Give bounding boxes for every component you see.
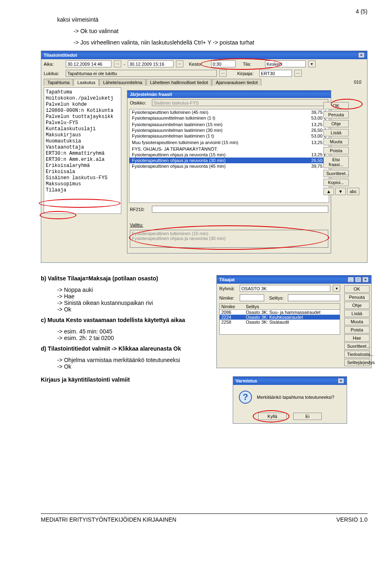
maximize-icon[interactable]: □ bbox=[355, 277, 361, 282]
muuta-button[interactable]: Muuta bbox=[323, 138, 349, 145]
list-item: Erikoisala bbox=[46, 169, 119, 175]
kylla-button[interactable]: Kyllä bbox=[258, 413, 287, 420]
ohje-button[interactable]: Ohje bbox=[323, 120, 349, 127]
intro-line-2: -> Ok tuo valinnat bbox=[41, 28, 368, 34]
table-row: 2224Osasto 3K: Keuhkosairaudet bbox=[220, 315, 340, 320]
list-item: Kuntalaskutuslaji bbox=[46, 126, 119, 132]
tila-select[interactable]: Kesken bbox=[265, 60, 306, 67]
chevron-down-icon[interactable]: ▾ bbox=[308, 60, 316, 67]
phrase-text: Fysioterapiasuunnittelman tutkiminen (1 … bbox=[132, 116, 215, 120]
tilaajat-suoritteet-button[interactable]: Suoritteet... bbox=[344, 342, 370, 350]
aika-label: Aika: bbox=[44, 62, 63, 67]
tilaajat-hae-button[interactable]: Hae bbox=[344, 334, 370, 342]
tilaajat-ok-button[interactable]: OK bbox=[344, 285, 370, 293]
tilaajat-muuta-button[interactable]: Muuta bbox=[344, 318, 370, 325]
otsikko-input: Sisäinen laskutus-FYS bbox=[152, 99, 328, 106]
intro-line-1: kaksi viimeisintä bbox=[41, 16, 368, 23]
poista-button[interactable]: Poista bbox=[323, 147, 349, 154]
aika-from-input[interactable]: 30.12.2009 14:46 bbox=[66, 60, 111, 67]
list-item: Hoitokokon./palveluketj bbox=[46, 96, 119, 102]
section-b-l3: -> Sinistä oikean kustannuspaikan rivi bbox=[41, 300, 212, 306]
list-item: Sisäinen laskutus-FYS bbox=[46, 175, 119, 181]
ryhma-select[interactable]: OSASTO 3K bbox=[240, 285, 330, 292]
page-number: 4 (5) bbox=[356, 8, 368, 15]
list-item: Palvelun tuottajayksikk bbox=[46, 114, 119, 120]
aika-to-picker[interactable]: ··· bbox=[176, 60, 183, 67]
arrow-down-icon[interactable]: ▼ bbox=[335, 188, 346, 195]
list-item: ERT30:n Ammattiryhmä bbox=[46, 151, 119, 157]
table-row: 2086Osasto 3K: Suu- ja hammassairaudet bbox=[220, 310, 340, 315]
minimize-icon[interactable]: _ bbox=[347, 277, 354, 282]
tab-hallinnolliset[interactable]: Lähetteen hallinnolliset tiedot bbox=[146, 79, 212, 86]
phrase-text: Fysioterapeuttinen ohjaus ja neuvonta (1… bbox=[132, 152, 225, 157]
question-icon: ? bbox=[239, 391, 252, 404]
nimike-input[interactable] bbox=[240, 294, 264, 301]
lisaa-button[interactable]: Lisää bbox=[323, 129, 349, 136]
tilaajat-selitejarjestys-button[interactable]: Selitejärjestys bbox=[344, 359, 370, 366]
kirjaaja-label: Kirjaaja: bbox=[237, 71, 257, 76]
tilaajat-title: Tilaajat bbox=[219, 277, 235, 282]
section-d-l2: -> Ok bbox=[41, 363, 212, 370]
footer-right: VERSIO 1.0 bbox=[336, 516, 368, 523]
ei-button[interactable]: Ei bbox=[293, 413, 322, 420]
tab-laskutus[interactable]: Laskutus bbox=[74, 79, 99, 86]
section-d-l1: -> Ohjelma varmistaa merkitäänkö toteutu… bbox=[41, 357, 212, 363]
list-item: Palvelu-FYS bbox=[46, 120, 119, 126]
lukitus-input: Tapahtumaa ei ole lukittu bbox=[66, 70, 217, 77]
chevron-down-icon[interactable]: ▾ bbox=[333, 285, 340, 292]
close-icon[interactable]: × bbox=[338, 378, 344, 384]
tilaajat-poista-button[interactable]: Poista bbox=[344, 326, 370, 333]
tab-ajanvaraus[interactable]: Ajanvarauksen tiedot bbox=[212, 79, 261, 86]
arrow-up-icon[interactable]: ▲ bbox=[323, 188, 334, 195]
tab-lahete[interactable]: Lähete/suunnitelma bbox=[99, 79, 146, 86]
phrase-list[interactable]: Fysioterapeuttinen tutkiminen (45 min)39… bbox=[129, 109, 329, 203]
phrase-text: Fysioterapeuttinen ohjaus ja neuvonta (3… bbox=[132, 158, 225, 163]
tilaajat-peruuta-button[interactable]: Peruuta bbox=[344, 293, 370, 301]
phrase-title: Järjestelmän fraasit bbox=[130, 92, 172, 97]
aika-from-picker[interactable]: ··· bbox=[114, 60, 121, 67]
aika-to-input[interactable]: 30.12.2009 15:16 bbox=[128, 60, 174, 67]
rf-label: RF210: bbox=[130, 207, 149, 212]
tilaajat-ohje-button[interactable]: Ohje bbox=[344, 302, 370, 309]
valittu-label: Valittu: bbox=[130, 222, 328, 227]
left-field-list[interactable]: Tapahtuma Hoitokokon./palveluketj Palvel… bbox=[44, 87, 121, 214]
tab-tapahtuma[interactable]: Tapahtuma bbox=[44, 79, 73, 86]
tilaajat-dialog: Tilaajat _ □ × Ryhmä: OSASTO 3K ▾ bbox=[216, 275, 372, 368]
list-item: Vastaanottaja bbox=[46, 144, 119, 151]
peruuta-button[interactable]: Peruuta bbox=[323, 111, 349, 118]
tilastointitiedot-dialog: Tilastointitiedot × Aika: 30.12.2009 14:… bbox=[41, 51, 368, 263]
section-b-l2: -> Hae bbox=[41, 293, 212, 300]
rf-input[interactable] bbox=[152, 206, 328, 213]
kopioi-button[interactable]: Kopioi... bbox=[323, 179, 349, 186]
list-item: Huomautuksia bbox=[46, 138, 119, 144]
suoritteet-button[interactable]: Suoritteet... bbox=[323, 170, 349, 177]
section-b-l1: -> Noppa auki bbox=[41, 287, 212, 293]
abc-button[interactable]: abc bbox=[347, 188, 359, 195]
selitys-input[interactable] bbox=[288, 294, 340, 301]
list-item: 120860-000N:n Kotikunta bbox=[46, 108, 119, 114]
kirjaaja-picker[interactable]: ··· bbox=[294, 70, 302, 77]
selitys-label: Selitys: bbox=[269, 296, 285, 300]
tila-label: Tila: bbox=[243, 62, 263, 67]
phrase-text: Fysioterapiasuunnitelman laatiminen (15 … bbox=[132, 122, 223, 127]
close-icon[interactable]: × bbox=[362, 277, 369, 282]
valittu-line: Fysioterapeuttinen tutkiminen (15 min) bbox=[132, 231, 208, 236]
section-c-l1: -> esim. 45 min: 0045 bbox=[41, 328, 212, 335]
otsikko-label: Otsikko: bbox=[130, 100, 149, 105]
close-icon[interactable]: × bbox=[358, 52, 365, 58]
lukitus-picker[interactable]: ··· bbox=[219, 70, 227, 77]
tilaajat-tiedostosta-button[interactable]: Tiedostosta... bbox=[344, 351, 370, 358]
list-item: Palvelun kohde bbox=[46, 102, 119, 108]
section-d-final: Kirjaus ja käyntitilastointi valmiit bbox=[41, 376, 212, 383]
list-item: Tilaaja bbox=[46, 187, 119, 193]
kirjaaja-input[interactable]: ERT30 bbox=[259, 70, 292, 77]
tilaajat-lisaa-button[interactable]: Lisää bbox=[344, 310, 370, 317]
phrase-text: FYS. OHJAUS- JA TERAPIAKÄYTÄNNÖT: bbox=[132, 147, 218, 151]
tilaajat-list[interactable]: 2086Osasto 3K: Suu- ja hammassairaudet 2… bbox=[220, 310, 340, 334]
ok-button[interactable]: OK bbox=[323, 102, 349, 109]
section-b-l4: -> Ok bbox=[41, 306, 212, 313]
etsi-button[interactable]: Etsi fraasi... bbox=[323, 156, 349, 168]
kesto-input[interactable]: 0:30 bbox=[211, 60, 236, 67]
phrase-text: Fysioterapeuttinen ohjaus ja neuvonta (4… bbox=[132, 164, 225, 169]
phrase-text: Muu fysioterapeuttinen tutkiminen ja arv… bbox=[132, 140, 238, 145]
